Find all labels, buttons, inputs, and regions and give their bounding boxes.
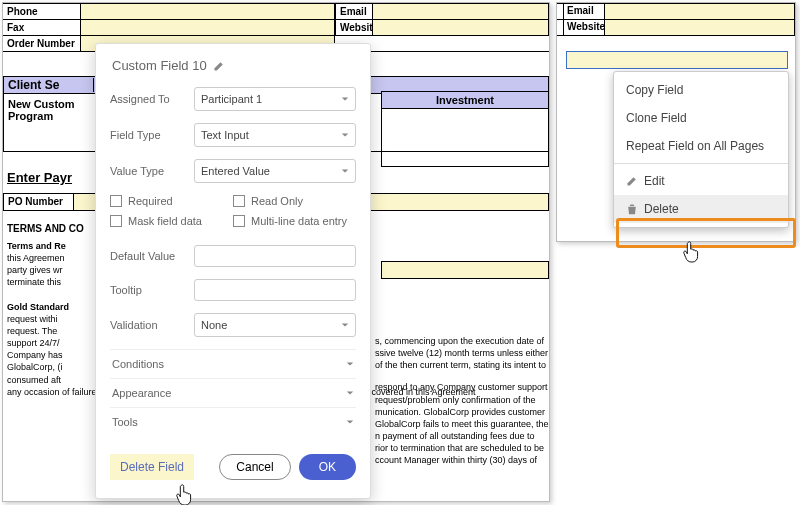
validation-select[interactable]: None [194,313,356,337]
assigned-to-select[interactable]: Participant 1 [194,87,356,111]
conditions-section[interactable]: Conditions [110,349,356,378]
pencil-icon [626,175,638,187]
value-type-label: Value Type [110,165,194,177]
selected-field-highlight[interactable] [566,51,788,69]
tooltip-label: Tooltip [110,284,194,296]
multiline-checkbox[interactable]: Multi-line data entry [233,215,356,227]
value-type-select[interactable]: Entered Value [194,159,356,183]
assigned-to-value: Participant 1 [201,93,262,105]
cancel-button[interactable]: Cancel [219,454,290,480]
dialog-button-row: Delete Field Cancel OK [110,446,356,480]
rp-website-label: Website [563,20,605,35]
ctx-separator [614,163,788,164]
trash-icon [626,203,638,215]
rp-email-label: Email [563,4,605,19]
dialog-title-row: Custom Field 10 [112,58,356,73]
checkbox-group: Required Read Only Mask field data Multi… [110,195,356,235]
ctx-repeat-field[interactable]: Repeat Field on All Pages [614,132,788,160]
delete-field-button[interactable]: Delete Field [110,454,194,480]
field-properties-dialog: Custom Field 10 Assigned To Participant … [95,43,371,499]
left-screenshot-panel: Phone Email Fax Website Order Number Cli… [2,2,550,502]
phone-label: Phone [3,4,81,19]
order-number-label: Order Number [3,36,81,51]
default-value-input[interactable] [194,245,356,267]
chevron-down-icon [346,360,354,368]
value-type-value: Entered Value [201,165,270,177]
chevron-down-icon [346,418,354,426]
ctx-clone-field[interactable]: Clone Field [614,104,788,132]
mask-checkbox[interactable]: Mask field data [110,215,233,227]
email-field[interactable] [373,4,549,19]
tooltip-input[interactable] [194,279,356,301]
ctx-delete[interactable]: Delete [614,195,788,223]
chevron-down-icon [341,131,349,139]
context-menu: Copy Field Clone Field Repeat Field on A… [613,71,789,228]
validation-value: None [201,319,227,331]
email-label: Email [335,4,373,19]
po-number-label: PO Number [4,194,74,210]
validation-label: Validation [110,319,194,331]
chevron-down-icon [346,389,354,397]
ctx-copy-field[interactable]: Copy Field [614,76,788,104]
right-screenshot-panel: Email Website Copy Field Clone Field Rep… [556,2,796,242]
investment-header: Investment [381,91,549,109]
terms-right-col: s, commencing upon the execution date of… [375,335,549,466]
chevron-down-icon [341,321,349,329]
field-type-select[interactable]: Text Input [194,123,356,147]
rp-website-field[interactable] [605,20,795,35]
chevron-down-icon [341,167,349,175]
assigned-to-label: Assigned To [110,93,194,105]
appearance-section[interactable]: Appearance [110,378,356,407]
readonly-checkbox[interactable]: Read Only [233,195,356,207]
website-label: Website [335,20,373,35]
chevron-down-icon [341,95,349,103]
fax-field[interactable] [81,20,335,35]
field-type-value: Text Input [201,129,249,141]
rp-email-field[interactable] [605,4,795,19]
pencil-icon[interactable] [213,60,225,72]
client-se-label: Client Se [8,78,94,92]
ok-button[interactable]: OK [299,454,356,480]
default-value-label: Default Value [110,250,194,262]
phone-field[interactable] [81,4,335,19]
investment-po-field[interactable] [381,261,549,279]
ctx-edit[interactable]: Edit [614,167,788,195]
fax-label: Fax [3,20,81,35]
tools-section[interactable]: Tools [110,407,356,436]
investment-column: Investment [381,91,549,279]
required-checkbox[interactable]: Required [110,195,233,207]
dialog-title: Custom Field 10 [112,58,207,73]
website-field[interactable] [373,20,549,35]
investment-body [381,109,549,167]
field-type-label: Field Type [110,129,194,141]
